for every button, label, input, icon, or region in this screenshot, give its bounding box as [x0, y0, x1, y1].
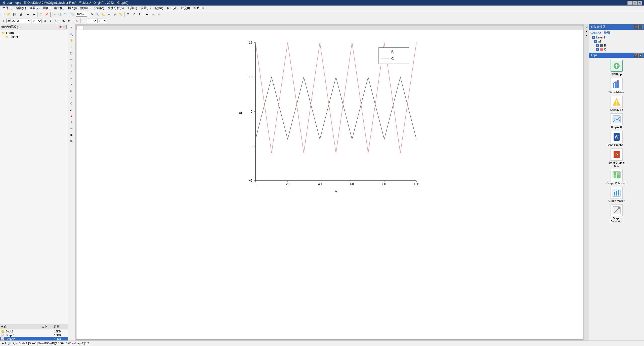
lt-scale[interactable]: ⇔: [68, 125, 74, 131]
copy-btn[interactable]: 📋: [38, 12, 44, 17]
skip1[interactable]: ⏮: [144, 12, 150, 17]
menu-graph[interactable]: 图(G): [41, 6, 52, 11]
b-checkbox[interactable]: ✓: [596, 44, 599, 47]
rmt-btn-2[interactable]: ▲: [585, 29, 589, 33]
lt-curve[interactable]: ∿: [68, 81, 74, 87]
tool6[interactable]: 📏: [118, 12, 123, 17]
tool1[interactable]: ⚙: [89, 12, 95, 17]
chart2-btn[interactable]: 📊: [57, 12, 63, 17]
new-btn[interactable]: 📄: [1, 12, 6, 17]
superscript-btn[interactable]: x²: [67, 18, 72, 24]
pin-btn[interactable]: 📌: [58, 25, 62, 29]
panel-controls[interactable]: 📌 ✕: [58, 25, 67, 29]
menu-tools[interactable]: 工具(T): [126, 6, 139, 11]
zoom-in-btn[interactable]: 🔍: [70, 12, 76, 17]
z-btn[interactable]: Z: [137, 12, 142, 17]
obj-g1[interactable]: ✓ g1: [590, 39, 643, 43]
obj-b[interactable]: ✓ B: [590, 43, 643, 47]
tool5[interactable]: 🖊: [112, 12, 118, 17]
redo-btn[interactable]: ↪: [31, 12, 36, 17]
menu-help[interactable]: 帮助(H): [192, 6, 205, 11]
italic-btn[interactable]: I: [48, 18, 53, 24]
menu-insert[interactable]: 插入(I): [66, 6, 78, 11]
app-graph-maker[interactable]: Graph Maker: [607, 187, 627, 202]
obj-close-btn[interactable]: ✕: [638, 25, 642, 29]
app-send-graphs-ppt[interactable]: P Send Graphs to...: [607, 149, 627, 167]
subscript-btn[interactable]: x₁: [61, 18, 66, 24]
menu-quick-analysis[interactable]: 快捷分析(S): [106, 6, 125, 11]
menu-analysis[interactable]: 分析(A): [93, 6, 106, 11]
lt-eraser[interactable]: ⊘: [68, 119, 74, 125]
app-speedy-fit[interactable]: Speedy Fit: [607, 96, 627, 111]
app-graph-publisher[interactable]: Graph Publisher: [607, 169, 627, 185]
menu-social[interactable]: 社交(I): [180, 6, 191, 11]
lt-draw[interactable]: ✏: [68, 56, 74, 62]
menu-connect[interactable]: 连接(I): [153, 6, 164, 11]
menu-data[interactable]: 数据(D): [79, 6, 92, 11]
tool2[interactable]: 🔧: [95, 12, 100, 17]
line-color[interactable]: 0: [97, 19, 107, 23]
skip2[interactable]: ⏭: [150, 12, 155, 17]
apps-close-btn[interactable]: ✕: [638, 53, 642, 57]
close-button[interactable]: ✕: [637, 1, 642, 5]
graph-tab-1[interactable]: 1: [76, 26, 83, 30]
rmt-btn-3[interactable]: ▼: [585, 33, 589, 37]
lt-color[interactable]: ■: [68, 113, 74, 119]
minimize-button[interactable]: —: [627, 1, 632, 5]
color-btn[interactable]: A: [74, 18, 79, 24]
obj-graph2[interactable]: Graph2 - 绘图: [590, 31, 643, 35]
apps-pin-btn[interactable]: 📌: [634, 53, 638, 57]
lt-line[interactable]: ╱: [68, 69, 74, 75]
menu-window[interactable]: 窗口(W): [165, 6, 179, 11]
paste-btn[interactable]: 📌: [44, 12, 50, 17]
lt-circle[interactable]: ○: [68, 94, 74, 100]
app-stats-advisor[interactable]: Stats Advisor: [607, 78, 627, 94]
file-row-graph1[interactable]: 📈 Graph1 15KB: [0, 333, 68, 337]
lt-region[interactable]: ▣: [68, 132, 74, 138]
x-btn[interactable]: X: [125, 12, 131, 17]
g1-checkbox[interactable]: ✓: [594, 40, 597, 43]
obj-c[interactable]: ✓ C: [590, 47, 643, 52]
obj-pin-btn[interactable]: 📌: [634, 25, 638, 29]
layer1-checkbox[interactable]: ✓: [592, 36, 595, 39]
menu-file[interactable]: 文件(F): [1, 6, 14, 11]
app-simple-fit[interactable]: Simple Fit: [607, 113, 627, 129]
app-send-graphs-word[interactable]: W Send Graphs ...: [607, 131, 627, 146]
menu-settings[interactable]: 设置(E): [139, 6, 152, 11]
lt-data-reader[interactable]: +: [68, 44, 74, 50]
lt-polygon[interactable]: ⬡: [68, 100, 74, 106]
rmt-btn-1[interactable]: ◀: [585, 25, 589, 29]
file-row-graph2[interactable]: 📈 Graph2 15KB: [0, 337, 68, 341]
chart3-btn[interactable]: 📉: [63, 12, 68, 17]
lt-select[interactable]: ⬚: [68, 50, 74, 56]
tool3[interactable]: 📐: [101, 12, 106, 17]
graph-btn[interactable]: 📈: [51, 12, 57, 17]
menu-format[interactable]: 格式(O): [53, 6, 66, 11]
y-btn[interactable]: Y: [131, 12, 137, 17]
add-app-item[interactable]: 添加App: [607, 60, 627, 76]
lt-text[interactable]: T: [68, 63, 74, 69]
obj-mgr-controls[interactable]: 📌 ✕: [634, 25, 642, 29]
lt-rect[interactable]: □: [68, 88, 74, 94]
font-size-select[interactable]: 0: [32, 19, 42, 23]
undo-btn[interactable]: ↩: [25, 12, 31, 17]
obj-layer1[interactable]: ✓ Layer1: [590, 35, 643, 39]
print-btn[interactable]: 🖨: [18, 12, 23, 17]
lt-zoom[interactable]: 🔍: [68, 31, 74, 37]
title-bar-controls[interactable]: — □ ✕: [627, 1, 642, 5]
font-select[interactable]: 默认:宋体: [6, 19, 31, 23]
line-style[interactable]: —: [81, 18, 87, 24]
panel-close-btn[interactable]: ✕: [63, 25, 67, 29]
skip3[interactable]: ⏯: [156, 12, 161, 17]
lt-pan[interactable]: ✋: [68, 37, 74, 43]
line-weight[interactable]: 1: [87, 19, 97, 23]
lt-pointer[interactable]: ↖: [68, 25, 74, 31]
tree-item-learn[interactable]: 📁 Learn: [1, 31, 67, 35]
file-row-book1[interactable]: 📒 Book1 15KB: [0, 329, 68, 333]
underline-btn[interactable]: U: [54, 18, 59, 24]
save-btn[interactable]: 💾: [12, 12, 18, 17]
add-app-icon[interactable]: [611, 60, 623, 72]
lt-arrow[interactable]: →: [68, 75, 74, 81]
app-graph-annotator[interactable]: Graph Annotator: [607, 204, 627, 223]
maximize-button[interactable]: □: [632, 1, 637, 5]
